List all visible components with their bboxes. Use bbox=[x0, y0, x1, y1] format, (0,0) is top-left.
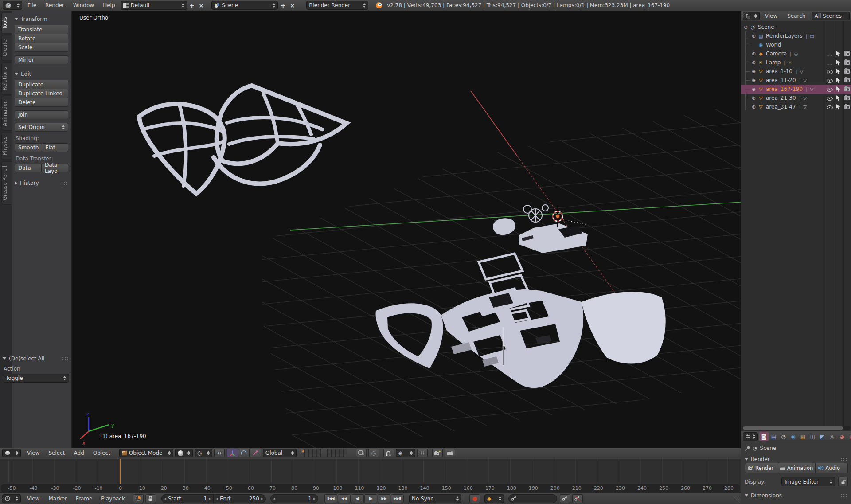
render-button[interactable]: Render bbox=[745, 463, 777, 473]
pivot-dropdown[interactable]: ◎ bbox=[195, 449, 212, 457]
object-name[interactable]: area_21-30 bbox=[765, 95, 796, 101]
object-name[interactable]: Scene bbox=[757, 24, 774, 30]
layer-toggle[interactable] bbox=[316, 453, 321, 457]
data-transfer-button[interactable]: Data Layo bbox=[42, 164, 68, 172]
visibility-toggle[interactable] bbox=[825, 94, 834, 102]
menu-item[interactable]: Select bbox=[44, 450, 69, 456]
translate-manipulator-button[interactable] bbox=[226, 449, 238, 457]
outliner-row[interactable]: ⊕ ▤ RenderLayers ▤ bbox=[741, 31, 851, 40]
properties-tab[interactable]: ◙ bbox=[759, 432, 769, 441]
step-left-icon[interactable]: ◂ bbox=[216, 496, 218, 501]
layer-toggle[interactable] bbox=[343, 453, 347, 457]
renderability-toggle[interactable] bbox=[843, 94, 851, 102]
step-left-icon[interactable]: ◂ bbox=[164, 496, 166, 501]
expand-toggle-icon[interactable]: ⊕ bbox=[750, 104, 757, 110]
autokey-dropdown[interactable]: ◆ bbox=[484, 494, 504, 503]
set-origin-dropdown[interactable]: Set Origin bbox=[15, 123, 68, 132]
editor-type-selector[interactable] bbox=[2, 449, 21, 457]
panel-drag-dots[interactable] bbox=[841, 457, 848, 461]
selectability-toggle[interactable] bbox=[834, 85, 843, 94]
proportional-falloff-dropdown[interactable]: ◈ bbox=[396, 449, 415, 457]
selectability-toggle[interactable] bbox=[834, 49, 843, 58]
add-scene-button[interactable]: + bbox=[279, 2, 287, 9]
transform-orientation-dropdown[interactable]: Global bbox=[263, 449, 297, 457]
menu-item[interactable]: Render bbox=[41, 2, 69, 8]
app-menu-button[interactable] bbox=[3, 1, 22, 10]
menu-item[interactable]: File bbox=[23, 2, 41, 8]
snap-toggle-button[interactable] bbox=[383, 449, 394, 457]
step-right-icon[interactable]: ▸ bbox=[209, 496, 211, 501]
area-resize-grip[interactable] bbox=[733, 496, 740, 503]
lock-to-scene-button[interactable] bbox=[356, 449, 367, 457]
shading-button[interactable]: Smooth bbox=[15, 143, 42, 152]
shelf-tab[interactable]: Tools bbox=[1, 12, 12, 34]
expand-toggle-icon[interactable]: ⊕ bbox=[750, 78, 757, 83]
opengl-render-button[interactable] bbox=[432, 449, 443, 457]
start-frame-field[interactable]: ◂ Start: 1 ▸ bbox=[161, 494, 214, 503]
manipulator-toggle-button[interactable]: ↔ bbox=[214, 449, 225, 457]
properties-tab[interactable]: ◕ bbox=[837, 432, 847, 441]
object-name[interactable]: World bbox=[765, 42, 781, 48]
action-dropdown[interactable]: Toggle bbox=[3, 374, 69, 383]
selectability-toggle[interactable] bbox=[834, 67, 843, 76]
visibility-toggle[interactable] bbox=[825, 76, 834, 85]
properties-tab[interactable]: ◬ bbox=[828, 432, 837, 441]
renderability-toggle[interactable] bbox=[843, 85, 851, 94]
close-layout-button[interactable]: × bbox=[197, 2, 205, 9]
properties-tab[interactable]: ▦ bbox=[847, 432, 851, 441]
outliner-row[interactable]: ◉ World bbox=[741, 40, 851, 49]
shading-dropdown[interactable] bbox=[175, 449, 193, 457]
join-button[interactable]: Join bbox=[15, 110, 68, 119]
shelf-tab[interactable]: Physics bbox=[1, 132, 12, 160]
menu-item[interactable]: View bbox=[23, 496, 44, 502]
visibility-toggle[interactable] bbox=[825, 102, 834, 111]
outliner-row[interactable]: ⊕ ◆ Camera ◎ bbox=[741, 49, 851, 58]
timeline-tracks[interactable] bbox=[0, 458, 741, 484]
expand-toggle-icon[interactable]: ⊕ bbox=[750, 86, 757, 92]
renderability-toggle[interactable] bbox=[843, 76, 851, 85]
snap-circle-button[interactable]: ◎ bbox=[368, 449, 379, 457]
tool-button[interactable]: Scale bbox=[15, 43, 68, 52]
selectability-toggle[interactable] bbox=[834, 76, 843, 85]
expand-toggle-icon[interactable]: ⊕ bbox=[750, 60, 757, 66]
visibility-toggle[interactable] bbox=[825, 49, 834, 58]
snap-element-button[interactable]: ∷ bbox=[417, 449, 428, 457]
object-name[interactable]: area_167-190 bbox=[765, 86, 803, 92]
tool-button[interactable]: Duplicate Linked bbox=[15, 89, 68, 98]
rotate-manipulator-button[interactable] bbox=[238, 449, 250, 457]
outliner-row[interactable]: ⊕ ☀ Lamp ☼ bbox=[741, 58, 851, 67]
insert-keyframe-button[interactable] bbox=[560, 494, 570, 503]
panel-header-dimensions[interactable]: Dimensions bbox=[741, 492, 851, 499]
menu-item[interactable]: Window bbox=[69, 2, 98, 8]
renderability-toggle[interactable] bbox=[843, 67, 851, 76]
outliner-row[interactable]: ⊖ ◔ Scene bbox=[741, 23, 851, 31]
close-scene-button[interactable]: × bbox=[288, 2, 297, 9]
sync-mode-dropdown[interactable]: No Sync bbox=[409, 494, 461, 503]
panel-header-transform[interactable]: Transform bbox=[15, 16, 68, 23]
object-name[interactable]: Camera bbox=[765, 51, 787, 57]
record-button[interactable]: ● bbox=[469, 494, 480, 503]
panel-header-history[interactable]: History bbox=[15, 180, 68, 187]
outliner-row[interactable]: ⊕ ▽ area_11-20 ▽ bbox=[741, 76, 851, 85]
panel-drag-dots[interactable] bbox=[841, 494, 848, 498]
data-transfer-button[interactable]: Data bbox=[15, 164, 42, 172]
scale-manipulator-button[interactable] bbox=[250, 449, 261, 457]
menu-item[interactable]: Frame bbox=[71, 496, 97, 502]
area-resize-grip[interactable] bbox=[742, 12, 749, 19]
menu-item[interactable]: Marker bbox=[44, 496, 71, 502]
menu-item[interactable]: Object bbox=[89, 450, 115, 456]
outliner-row[interactable]: ⊕ ▽ area_21-30 ▽ bbox=[741, 94, 851, 102]
object-name[interactable]: area_1-10 bbox=[765, 68, 792, 74]
tool-button[interactable]: Duplicate bbox=[15, 80, 68, 89]
object-name[interactable]: Lamp bbox=[765, 59, 781, 66]
preview-range-button[interactable] bbox=[133, 494, 144, 503]
mirror-button[interactable]: Mirror bbox=[15, 55, 68, 64]
mode-dropdown[interactable]: Object Mode bbox=[119, 449, 173, 457]
step-left-icon[interactable]: ◂ bbox=[273, 496, 275, 501]
unlock-button[interactable] bbox=[838, 477, 848, 486]
shelf-tab[interactable]: Grease Pencil bbox=[1, 161, 12, 205]
panel-header-deselect-all[interactable]: (De)select All bbox=[3, 355, 69, 362]
jump-to-start-button[interactable]: ▮◀◀ bbox=[324, 494, 337, 503]
panel-header-edit[interactable]: Edit bbox=[15, 70, 68, 78]
menu-item-search[interactable]: Search bbox=[783, 13, 810, 19]
